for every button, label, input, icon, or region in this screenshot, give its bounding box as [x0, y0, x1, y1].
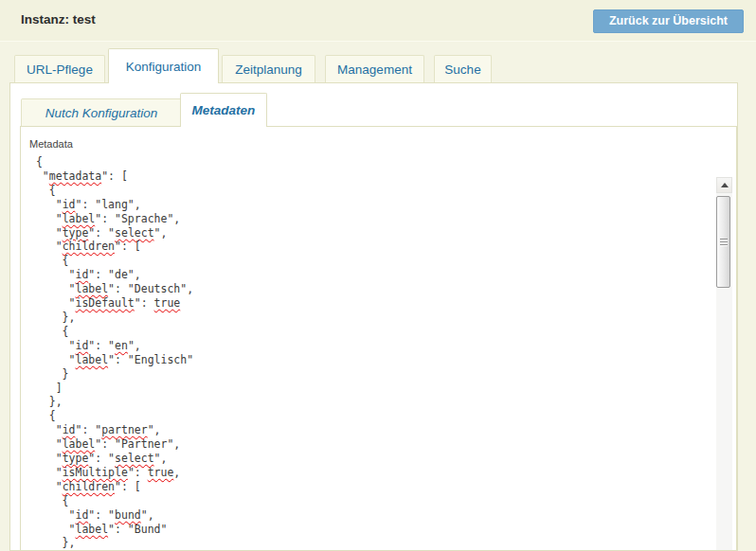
metadata-textarea[interactable]: { "metadata": [ { "id": "lang", "label":… [25, 153, 734, 550]
metadata-field-label: Metadata [29, 138, 73, 150]
back-to-overview-button[interactable]: Zurück zur Übersicht [593, 9, 744, 33]
tab-suche[interactable]: Suche [434, 55, 492, 82]
subtab-label: Metadaten [192, 103, 256, 117]
tab-management[interactable]: Management [325, 55, 424, 82]
page-title: Instanz: test [21, 12, 96, 27]
tab-konfiguration[interactable]: Konfiguration [108, 48, 219, 83]
subtab-label: Nutch Konfiguration [45, 106, 158, 120]
metadata-content: { "metadata": [ { "id": "lang", "label":… [29, 155, 715, 550]
tab-label: Management [337, 62, 412, 77]
page: Instanz: test Zurück zur Übersicht URL-P… [0, 0, 756, 551]
tab-label: Konfiguration [126, 60, 202, 74]
scrollbar-track[interactable] [716, 177, 732, 550]
scrollbar-grip-icon [720, 239, 728, 246]
tab-label: URL-Pflege [27, 62, 93, 77]
metadaten-panel: Metadata { "metadata": [ { "id": "lang",… [20, 126, 737, 551]
scroll-up-arrow-icon [721, 183, 729, 187]
subtab-nutch-konfiguration[interactable]: Nutch Konfiguration [21, 98, 182, 126]
scrollbar-thumb[interactable] [716, 196, 730, 288]
subtab-metadaten[interactable]: Metadaten [180, 93, 267, 127]
tab-url-pflege[interactable]: URL-Pflege [14, 55, 105, 82]
header-bar: Instanz: test Zurück zur Übersicht [0, 0, 756, 42]
tab-label: Zeitplanung [235, 62, 302, 77]
tab-zeitplanung[interactable]: Zeitplanung [222, 55, 315, 82]
tab-label: Suche [444, 62, 480, 77]
scroll-up-button[interactable] [716, 177, 732, 193]
